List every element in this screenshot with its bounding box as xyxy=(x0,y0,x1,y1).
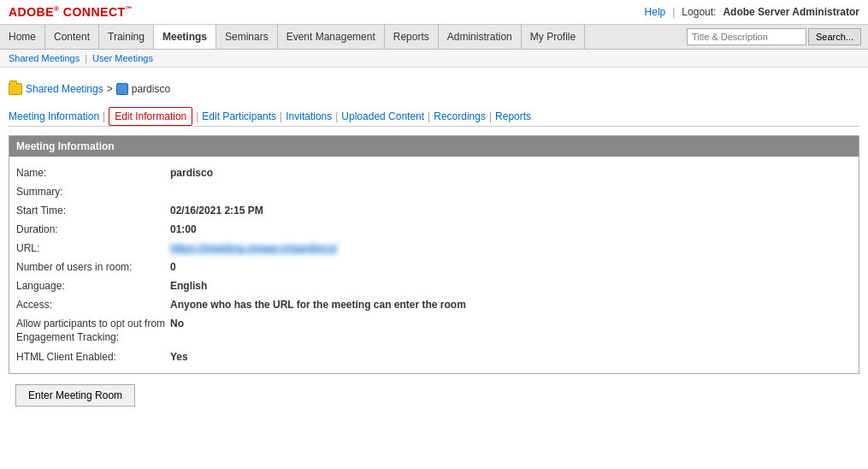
tab-uploaded-content[interactable]: Uploaded Content xyxy=(341,107,424,126)
nav-seminars[interactable]: Seminars xyxy=(216,25,278,49)
info-row-name: Name: pardisco xyxy=(16,163,852,182)
value-start-time: 02/16/2021 2:15 PM xyxy=(170,205,263,217)
info-row-engagement: Allow participants to opt out from Engag… xyxy=(16,314,852,347)
label-users: Number of users in room: xyxy=(16,261,170,273)
label-summary: Summary: xyxy=(16,186,170,198)
main-content: Shared Meetings > pardisco Meeting Infor… xyxy=(0,68,868,424)
value-html-client: Yes xyxy=(170,351,188,363)
sub-nav-shared-meetings[interactable]: Shared Meetings xyxy=(9,53,80,63)
sub-nav-user-meetings[interactable]: User Meetings xyxy=(92,53,153,63)
search-input[interactable] xyxy=(687,28,806,45)
meeting-icon xyxy=(116,83,128,95)
nav-meetings[interactable]: Meetings xyxy=(154,25,216,49)
sub-nav-sep: | xyxy=(85,53,87,63)
sub-nav: Shared Meetings | User Meetings xyxy=(0,50,868,68)
label-html-client: HTML Client Enabled: xyxy=(16,351,170,363)
info-row-start-time: Start Time: 02/16/2021 2:15 PM xyxy=(16,201,852,220)
enter-meeting-button[interactable]: Enter Meeting Room xyxy=(15,384,135,407)
label-url: URL: xyxy=(16,242,170,254)
search-button[interactable]: Search... xyxy=(808,28,861,45)
breadcrumb-arrow: > xyxy=(107,83,113,95)
nav-administration[interactable]: Administration xyxy=(439,25,522,49)
label-duration: Duration: xyxy=(16,223,170,235)
nav-content[interactable]: Content xyxy=(45,25,99,49)
tab-edit-participants[interactable]: Edit Participants xyxy=(202,107,276,126)
info-row-url: URL: https://meeting.vmean.ir/pardisco/ xyxy=(16,239,852,258)
admin-name: Adobe Server Administrator xyxy=(723,6,859,18)
app-logo: ADOBE® CONNECT™ xyxy=(9,5,133,19)
info-row-language: Language: English xyxy=(16,276,852,295)
meeting-info-section: Meeting Information Name: pardisco Summa… xyxy=(9,135,859,374)
info-row-duration: Duration: 01:00 xyxy=(16,220,852,239)
meeting-info-table: Name: pardisco Summary: Start Time: 02/1… xyxy=(9,157,859,373)
value-name: pardisco xyxy=(170,167,213,179)
nav-bar: Home Content Training Meetings Seminars … xyxy=(0,25,868,50)
label-language: Language: xyxy=(16,280,170,292)
help-link[interactable]: Help xyxy=(645,6,666,18)
breadcrumb-meeting-name: pardisco xyxy=(132,83,170,95)
info-row-summary: Summary: xyxy=(16,182,852,201)
info-row-access: Access: Anyone who has the URL for the m… xyxy=(16,295,852,314)
tab-reports[interactable]: Reports xyxy=(495,107,531,126)
search-area: Search... xyxy=(680,25,868,49)
label-access: Access: xyxy=(16,299,170,311)
value-access: Anyone who has the URL for the meeting c… xyxy=(170,299,466,311)
folder-breadcrumb: Shared Meetings > pardisco xyxy=(9,76,859,102)
value-engagement: No xyxy=(170,318,184,329)
info-row-users: Number of users in room: 0 xyxy=(16,258,852,276)
nav-home[interactable]: Home xyxy=(0,25,45,49)
tab-meeting-information[interactable]: Meeting Information xyxy=(9,107,99,126)
nav-my-profile[interactable]: My Profile xyxy=(522,25,585,49)
label-name: Name: xyxy=(16,167,170,179)
tab-edit-information[interactable]: Edit Information xyxy=(109,107,192,126)
label-start-time: Start Time: xyxy=(16,205,170,217)
meeting-info-header: Meeting Information xyxy=(9,136,859,157)
value-url[interactable]: https://meeting.vmean.ir/pardisco/ xyxy=(170,242,337,254)
value-users: 0 xyxy=(170,261,176,273)
tab-nav: Meeting Information | Edit Information |… xyxy=(9,102,859,127)
info-row-html-client: HTML Client Enabled: Yes xyxy=(16,347,852,366)
folder-icon xyxy=(9,83,22,95)
tab-invitations[interactable]: Invitations xyxy=(286,107,332,126)
label-engagement: Allow participants to opt out from Engag… xyxy=(16,318,170,344)
tab-recordings[interactable]: Recordings xyxy=(434,107,486,126)
top-bar: ADOBE® CONNECT™ Help | Logout: Adobe Ser… xyxy=(0,0,868,25)
logout-label: Logout: xyxy=(682,6,716,18)
value-language: English xyxy=(170,280,207,292)
nav-reports[interactable]: Reports xyxy=(385,25,439,49)
breadcrumb-shared-meetings[interactable]: Shared Meetings xyxy=(26,83,103,95)
top-right-area: Help | Logout: Adobe Server Administrato… xyxy=(645,6,859,18)
nav-training[interactable]: Training xyxy=(99,25,154,49)
separator: | xyxy=(672,6,675,18)
nav-event-management[interactable]: Event Management xyxy=(278,25,385,49)
value-duration: 01:00 xyxy=(170,223,197,235)
